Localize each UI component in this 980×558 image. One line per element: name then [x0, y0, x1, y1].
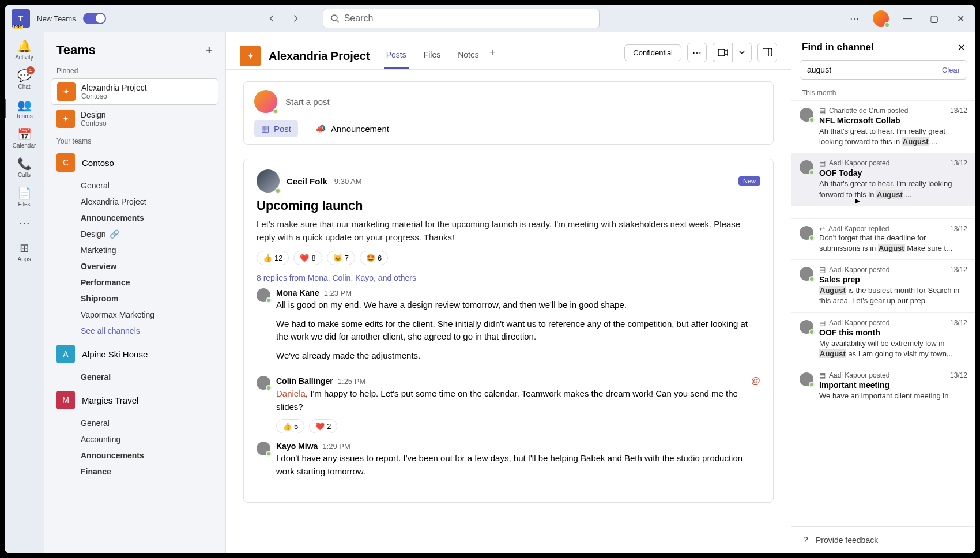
channel-item[interactable]: Marketing — [44, 242, 225, 258]
find-result[interactable]: ▤ Aadi Kapoor posted 13/12 OOF this mont… — [791, 312, 975, 365]
nav-forward-button[interactable] — [286, 9, 304, 28]
panel-toggle-button[interactable] — [757, 43, 777, 62]
channel-tab[interactable]: Files — [421, 43, 443, 69]
channel-item[interactable]: Alexandria Project — [44, 194, 225, 210]
rail-files[interactable]: 📄Files — [8, 183, 40, 211]
channel-item[interactable]: Overview — [44, 258, 225, 274]
rail-calls[interactable]: 📞Calls — [8, 153, 40, 182]
reaction-chip[interactable]: 🤩6 — [360, 251, 388, 265]
channel-item[interactable]: Finance — [44, 463, 225, 480]
reply-author[interactable]: Colin Ballinger — [276, 376, 333, 386]
at-mention-icon: @ — [751, 376, 760, 386]
yourteams-label: Your teams — [44, 133, 225, 148]
reply-author[interactable]: Mona Kane — [276, 288, 319, 297]
reply-paragraph: I don't have any issues to report. I've … — [276, 452, 760, 478]
post-title: Upcoming launch — [257, 198, 760, 213]
result-type-icon: ▤ — [819, 107, 826, 115]
reply-avatar[interactable] — [257, 376, 270, 390]
rail-teams[interactable]: 👥Teams — [8, 95, 40, 123]
reaction-count: 8 — [311, 254, 315, 262]
find-search-input[interactable]: august Clear — [800, 60, 967, 80]
channel-item[interactable]: General — [44, 369, 225, 385]
channel-item[interactable]: General — [44, 415, 225, 431]
maximize-button[interactable]: ▢ — [926, 10, 942, 27]
channel-item[interactable]: Announcements — [44, 447, 225, 463]
meet-dropdown-button[interactable] — [732, 43, 752, 62]
create-team-button[interactable]: + — [205, 43, 213, 58]
channel-item[interactable]: General — [44, 178, 225, 194]
compose-post-option[interactable]: ▦Post — [254, 120, 298, 137]
find-close-button[interactable]: ✕ — [958, 42, 965, 53]
reaction-chip[interactable]: 🐱7 — [327, 251, 355, 265]
minimize-button[interactable]: — — [899, 10, 915, 27]
sidebar-title: Teams — [56, 43, 96, 58]
compose-box[interactable]: Start a post ▦Post 📣Announcement — [243, 81, 774, 145]
user-avatar[interactable] — [873, 10, 889, 27]
more-button[interactable]: ⋯ — [846, 10, 862, 27]
find-clear-button[interactable]: Clear — [942, 66, 960, 74]
mention[interactable]: Daniela — [276, 389, 306, 398]
find-result[interactable]: ↩ Aadi Kapoor replied 13/12 Don't forget… — [791, 218, 975, 259]
find-result[interactable]: ▤ Aadi Kapoor posted 13/12 OOF Today Ah … — [791, 153, 975, 205]
confidential-button[interactable]: Confidential — [624, 44, 681, 61]
see-all-channels[interactable]: See all channels — [44, 323, 225, 339]
reaction-chip[interactable]: ❤️8 — [293, 251, 322, 265]
team-header[interactable]: AAlpine Ski House — [44, 339, 225, 369]
post-author[interactable]: Cecil Folk — [287, 176, 327, 186]
add-tab-button[interactable]: + — [489, 47, 496, 66]
team-header[interactable]: MMargies Travel — [44, 385, 225, 415]
channel-item[interactable]: Performance — [44, 274, 225, 291]
pinned-item[interactable]: ✦ Design Contoso — [51, 106, 218, 131]
result-snippet: Don't forget that the deadline for submi… — [819, 233, 967, 254]
channel-item[interactable]: Shiproom — [44, 291, 225, 307]
rail-chat[interactable]: 1💬Chat — [8, 65, 40, 93]
find-query: august — [807, 65, 831, 74]
provide-feedback-button[interactable]: ？ Provide feedback — [791, 526, 975, 553]
find-result[interactable]: ▤ Charlotte de Crum posted 13/12 NFL Mic… — [791, 100, 975, 153]
titlebar: T New Teams Search ⋯ — ▢ ✕ — [5, 5, 975, 32]
channel-item[interactable]: Announcements — [44, 210, 225, 226]
channel-title: Alexandria Project — [269, 50, 370, 63]
compose-announcement-option[interactable]: 📣Announcement — [308, 120, 396, 137]
reply-avatar[interactable] — [257, 442, 270, 455]
find-result[interactable]: ▤ Aadi Kapoor posted 13/12 Important mee… — [791, 365, 975, 407]
result-date: 13/12 — [950, 107, 967, 115]
rail-calendar[interactable]: 📅Calendar — [8, 124, 40, 152]
find-result[interactable]: ▤ Aadi Kapoor posted 13/12 Sales prep Au… — [791, 259, 975, 312]
reply-author[interactable]: Kayo Miwa — [276, 442, 318, 451]
channel-more-button[interactable]: ⋯ — [687, 43, 707, 62]
team-name: Margies Travel — [82, 395, 138, 405]
reaction-chip[interactable]: 👍5 — [276, 419, 304, 433]
channel-item[interactable]: Vapormax Marketing — [44, 307, 225, 323]
reaction-chip[interactable]: 👍12 — [257, 251, 289, 265]
close-button[interactable]: ✕ — [952, 10, 968, 27]
new-teams-toggle[interactable] — [83, 13, 106, 24]
reaction-count: 6 — [378, 254, 382, 262]
rail-apps[interactable]: ⊞Apps — [8, 237, 40, 266]
reaction-chip[interactable]: ❤️2 — [309, 419, 337, 433]
pinned-item[interactable]: ✦ Alexandria Project Contoso — [51, 78, 218, 105]
team-header[interactable]: CContoso — [44, 148, 225, 178]
post-author-avatar[interactable] — [257, 169, 280, 193]
team-tile: ✦ — [56, 110, 75, 128]
search-input[interactable]: Search — [323, 9, 600, 28]
result-avatar — [800, 372, 813, 386]
rail-more[interactable]: ⋯ — [8, 212, 40, 233]
result-title: OOF Today — [819, 168, 967, 178]
result-type-icon: ▤ — [819, 319, 826, 327]
channel-header: ✦ Alexandria Project PostsFilesNotes + C… — [226, 32, 791, 70]
teams-icon: 👥 — [17, 98, 32, 112]
channel-item[interactable]: Design🔗 — [44, 226, 225, 242]
channel-name: Finance — [81, 467, 111, 476]
channel-tab[interactable]: Posts — [384, 43, 409, 69]
meet-button[interactable] — [713, 43, 732, 62]
rail-activity[interactable]: 🔔Activity — [8, 36, 40, 64]
new-badge: New — [738, 176, 760, 186]
channel-tab[interactable]: Notes — [455, 43, 481, 69]
reply-avatar[interactable] — [257, 288, 270, 302]
posts-feed[interactable]: Start a post ▦Post 📣Announcement Cecil F… — [226, 70, 791, 553]
replies-link[interactable]: 8 replies from Mona, Colin, Kayo, and ot… — [257, 273, 760, 282]
nav-back-button[interactable] — [263, 9, 281, 28]
result-type-icon: ▤ — [819, 371, 826, 379]
channel-item[interactable]: Accounting — [44, 431, 225, 447]
